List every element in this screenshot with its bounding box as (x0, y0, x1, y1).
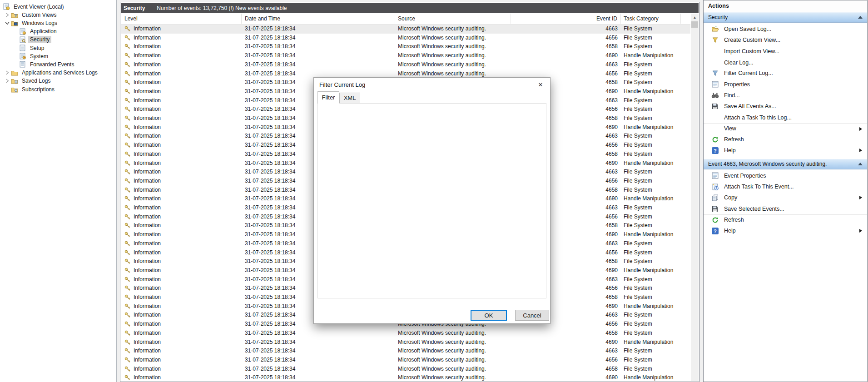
event-row[interactable]: Information31-07-2025 18:18:34Microsoft … (121, 25, 690, 34)
action-attach-a-task-to-this-log[interactable]: Attach a Task To this Log... (704, 112, 867, 123)
tree-item-label: Application (28, 28, 59, 35)
event-row[interactable]: Information31-07-2025 18:18:34Microsoft … (121, 347, 690, 356)
event-row[interactable]: Information31-07-2025 18:18:34Microsoft … (121, 373, 690, 381)
action-refresh[interactable]: Refresh (704, 134, 867, 145)
action-refresh[interactable]: Refresh (704, 214, 867, 225)
properties-icon (711, 172, 719, 179)
event-row[interactable]: Information31-07-2025 18:18:34Microsoft … (121, 338, 690, 347)
ok-button[interactable]: OK (471, 310, 507, 321)
collapse-icon[interactable] (858, 163, 863, 165)
close-icon[interactable]: ✕ (536, 80, 546, 89)
task-category-cell: Handle Manipulation (621, 373, 684, 381)
event-row[interactable]: Information31-07-2025 18:18:34Microsoft … (121, 356, 690, 365)
actions-section-header-security[interactable]: Security (704, 12, 867, 23)
column-header-task-category[interactable]: Task Category (621, 14, 681, 24)
column-header-date[interactable]: Date and Time (242, 14, 395, 24)
tree-item-application[interactable]: Application (0, 27, 116, 36)
action-properties[interactable]: Properties (704, 79, 867, 89)
column-header-source[interactable]: Source (395, 14, 511, 24)
task-category-cell: File System (621, 168, 684, 177)
action-save-all-events-as[interactable]: Save All Events As... (704, 101, 867, 112)
action-label: Help (724, 228, 736, 234)
task-category-cell: File System (621, 60, 684, 69)
log-plain-icon (19, 61, 26, 68)
action-find[interactable]: Find... (704, 90, 867, 101)
task-category-cell: Handle Manipulation (621, 338, 684, 347)
actions-section-header-event-4663-microsoft-windows-security-au[interactable]: Event 4663, Microsoft Windows security a… (704, 159, 867, 169)
level-cell: Information (121, 96, 242, 105)
actions-section-items: Open Saved Log...Create Custom View...Im… (704, 23, 867, 159)
task-category-cell: File System (621, 34, 684, 43)
submenu-arrow-icon (859, 229, 862, 233)
collapse-icon[interactable] (858, 16, 863, 19)
tree-item-applications-and-services-logs[interactable]: Applications and Services Logs (0, 69, 116, 77)
chevron-right-icon[interactable] (4, 12, 11, 18)
level-cell: Information (121, 87, 242, 96)
action-save-selected-events[interactable]: Save Selected Events... (704, 203, 867, 214)
task-category-cell: Handle Manipulation (621, 230, 684, 239)
level-cell: Information (121, 320, 242, 329)
task-category-cell: Handle Manipulation (621, 302, 684, 311)
tree-item-label: Subscriptions (20, 86, 56, 93)
log-name: Security (124, 5, 145, 11)
action-help[interactable]: ?Help (704, 145, 867, 156)
log-badge-icon (19, 53, 26, 60)
event-row[interactable]: Information31-07-2025 18:18:34Microsoft … (121, 51, 690, 60)
action-copy[interactable]: Copy (704, 192, 867, 203)
level-cell: Information (121, 34, 242, 43)
chevron-right-icon[interactable] (4, 70, 11, 75)
source-cell: Microsoft Windows security auditing. (395, 60, 511, 69)
scrollbar-thumb[interactable] (691, 21, 698, 28)
action-help[interactable]: ?Help (704, 225, 867, 236)
action-event-properties[interactable]: Event Properties (704, 170, 867, 181)
tab-filter[interactable]: Filter (317, 91, 339, 104)
task-icon (711, 183, 719, 191)
level-cell: Information (121, 275, 242, 284)
chevron-right-icon[interactable] (4, 78, 11, 84)
chevron-down-icon[interactable] (4, 20, 11, 26)
event-list-scrollbar[interactable]: ▲ (691, 14, 699, 381)
date-cell: 31-07-2025 18:18:34 (242, 373, 395, 381)
task-category-cell: File System (621, 257, 684, 266)
event-id-cell: 4690 (511, 51, 621, 60)
tree-item-setup[interactable]: Setup (0, 44, 116, 52)
tree-item-label: Saved Logs (20, 77, 52, 84)
tree-item-label: Security (28, 36, 51, 43)
tree-item-security[interactable]: Security (0, 35, 116, 44)
tree-item-system[interactable]: System (0, 52, 116, 60)
tree-item-custom-views[interactable]: Custom Views (0, 10, 116, 19)
event-row[interactable]: Information31-07-2025 18:18:34Microsoft … (121, 42, 690, 51)
source-cell: Microsoft Windows security auditing. (395, 356, 511, 365)
level-cell: Information (121, 221, 242, 230)
column-header-level[interactable]: Level (121, 14, 242, 24)
tree-item-event-viewer-local[interactable]: Event Viewer (Local) (0, 2, 116, 11)
action-view[interactable]: View (704, 123, 867, 134)
tree-item-subscriptions[interactable]: Subscriptions (0, 85, 116, 94)
action-import-custom-view[interactable]: Import Custom View... (704, 46, 867, 57)
refresh-icon (711, 216, 719, 224)
scroll-up-icon[interactable]: ▲ (691, 14, 699, 21)
event-row[interactable]: Information31-07-2025 18:18:34Microsoft … (121, 34, 690, 43)
actions-sections: SecurityOpen Saved Log...Create Custom V… (704, 12, 867, 239)
tree-item-forwarded-events[interactable]: Forwarded Events (0, 60, 116, 69)
action-open-saved-log[interactable]: Open Saved Log... (704, 24, 867, 35)
tree-item-saved-logs[interactable]: Saved Logs (0, 77, 116, 85)
level-cell: Information (121, 203, 242, 213)
column-header-event-id[interactable]: Event ID (511, 14, 621, 24)
source-cell: Microsoft Windows security auditing. (395, 329, 511, 338)
task-category-cell: File System (621, 203, 684, 213)
action-clear-log[interactable]: Clear Log... (704, 57, 867, 68)
event-row[interactable]: Information31-07-2025 18:18:34Microsoft … (121, 365, 690, 374)
level-cell: Information (121, 329, 242, 338)
tab-xml[interactable]: XML (339, 93, 360, 104)
action-attach-task-to-this-event[interactable]: Attach Task To This Event... (704, 181, 867, 192)
column-header-spacer (681, 14, 690, 24)
task-category-cell: File System (621, 150, 684, 159)
action-create-custom-view[interactable]: Create Custom View... (704, 35, 867, 45)
event-row[interactable]: Information31-07-2025 18:18:34Microsoft … (121, 329, 690, 338)
cancel-button[interactable]: Cancel (515, 310, 549, 321)
event-row[interactable]: Information31-07-2025 18:18:34Microsoft … (121, 60, 690, 69)
action-filter-current-log[interactable]: Filter Current Log... (704, 68, 867, 79)
task-category-cell: File System (621, 177, 684, 186)
tree-item-windows-logs[interactable]: Windows Logs (0, 19, 116, 27)
